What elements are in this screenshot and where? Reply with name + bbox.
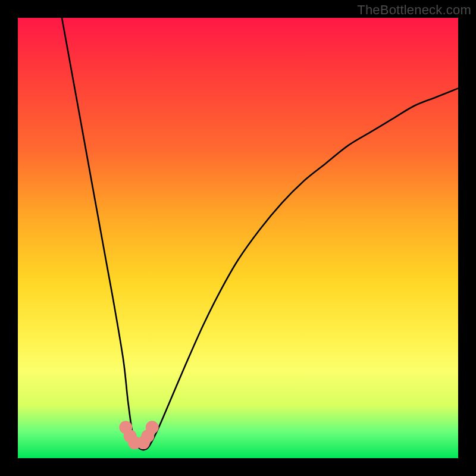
watermark-text: TheBottleneck.com [357, 2, 471, 18]
highlight-dot [146, 421, 159, 434]
highlight-dots-group [119, 421, 158, 449]
curve-svg [18, 18, 458, 458]
bottleneck-curve-path [62, 18, 458, 450]
plot-area [18, 18, 458, 458]
chart-frame: TheBottleneck.com [0, 0, 476, 476]
